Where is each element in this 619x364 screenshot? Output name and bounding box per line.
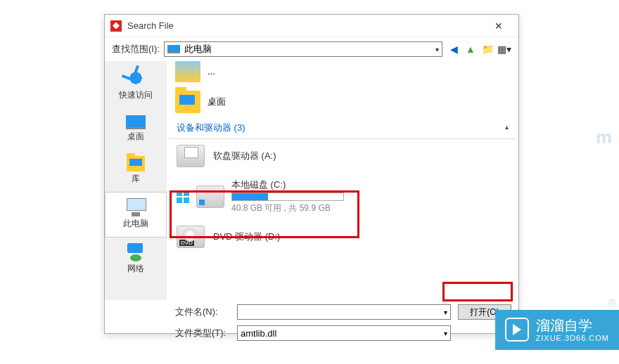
filename-label: 文件名(N): [175,306,230,318]
filename-row: 文件名(N): ▾ 打开(O) [175,304,511,320]
devices-section-header[interactable]: 设备和驱动器 (3) ▴ [170,117,516,139]
dialog-body: 快速访问 桌面 库 此电脑 网络 ... [105,61,518,300]
highlight-open-button [442,282,513,301]
this-pc-icon [167,45,180,53]
desktop-icon [126,115,146,129]
this-pc-icon [125,197,147,216]
sidebar-item-label: 网络 [127,263,144,275]
folder-item[interactable]: ... [170,61,516,86]
folder-label: ... [208,66,215,77]
quick-access-icon [125,68,147,88]
new-folder-icon[interactable]: 📁 [480,42,494,56]
filetype-select[interactable]: amtlib.dll ▾ [237,325,451,341]
folder-item-desktop[interactable]: 桌面 [170,86,516,117]
filename-input[interactable]: ▾ [237,304,451,320]
play-icon [505,318,529,342]
background-watermark-text: 商 [608,297,616,309]
folder-icon [175,91,200,113]
titlebar: Search File ✕ [105,15,518,37]
chevron-down-icon: ▾ [444,330,447,337]
floppy-drive-icon [177,145,205,167]
highlight-c-drive [170,190,359,238]
lookin-value: 此电脑 [184,43,212,56]
chevron-down-icon: ▾ [435,46,439,53]
lookin-toolbar: ◀ ▲ 📁 ▦▾ [447,42,511,56]
sidebar-item-quick-access[interactable]: 快速访问 [105,64,167,108]
drive-floppy-a[interactable]: 软盘驱动器 (A:) [170,139,516,173]
window-title: Search File [127,20,485,31]
close-button[interactable]: ✕ [485,18,513,34]
close-icon: ✕ [494,20,503,32]
background-watermark-letter: m [596,126,612,148]
file-list[interactable]: ... 桌面 设备和驱动器 (3) ▴ 软盘驱动器 (A:) 本地磁 [167,61,518,300]
footer: 文件名(N): ▾ 打开(O) 文件类型(T): amtlib.dll ▾ [105,300,518,348]
back-icon[interactable]: ◀ [447,42,461,56]
sidebar-item-label: 快速访问 [119,89,153,101]
folder-label: 桌面 [208,96,226,108]
sidebar-item-label: 此电脑 [123,218,148,230]
filetype-label: 文件类型(T): [175,327,230,339]
up-icon[interactable]: ▲ [464,42,478,56]
filetype-value: amtlib.dll [241,328,276,339]
filetype-row: 文件类型(T): amtlib.dll ▾ [175,325,511,341]
sidebar-item-desktop[interactable]: 桌面 [105,108,167,150]
sidebar-item-libraries[interactable]: 库 [105,150,167,192]
folder-icon [175,61,200,82]
watermark-title: 溜溜自学 [536,317,609,334]
libraries-icon [127,156,145,171]
watermark-subtitle: ZIXUE.3D66.COM [536,334,609,343]
site-watermark: 溜溜自学 ZIXUE.3D66.COM [495,310,619,350]
lookin-row: 查找范围(I): 此电脑 ▾ ◀ ▲ 📁 ▦▾ [105,37,518,61]
lookin-select[interactable]: 此电脑 ▾ [164,41,442,57]
app-icon [110,20,122,32]
network-icon [125,242,147,261]
sidebar-item-network[interactable]: 网络 [105,238,167,282]
view-menu-icon[interactable]: ▦▾ [497,42,511,56]
collapse-icon: ▴ [505,123,509,131]
chevron-down-icon: ▾ [444,308,447,316]
drive-name: 本地磁盘 (C:) [231,178,344,191]
section-title: 设备和驱动器 (3) [177,122,245,133]
places-sidebar: 快速访问 桌面 库 此电脑 网络 [105,61,167,300]
sidebar-item-label: 库 [132,173,140,185]
drive-name: 软盘驱动器 (A:) [213,150,276,162]
sidebar-item-label: 桌面 [127,131,144,143]
sidebar-item-this-pc[interactable]: 此电脑 [105,192,167,238]
lookin-label: 查找范围(I): [112,43,160,56]
